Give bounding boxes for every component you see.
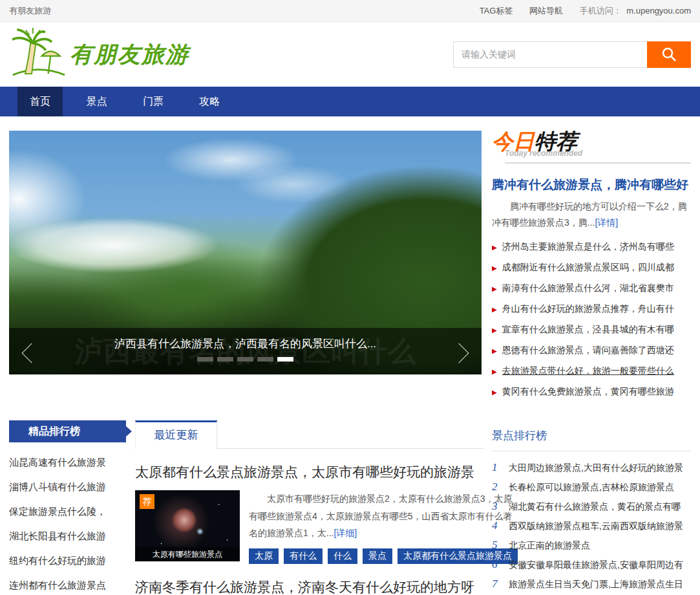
article-thumbnail[interactable]: 荐 太原有哪些旅游景点 — [135, 490, 240, 561]
carousel-dot[interactable] — [237, 357, 253, 362]
featured-article-excerpt: 腾冲有哪些好玩的地方可以介绍一下么2，腾冲有哪些旅游景点3，腾...[详情] — [492, 199, 691, 230]
boutique-item[interactable]: 保定旅游景点什么陵， — [9, 499, 126, 524]
article-tag[interactable]: 景点 — [363, 548, 392, 564]
recommend-badge: 荐 — [140, 494, 154, 509]
search-box — [453, 41, 691, 68]
carousel-dot-active[interactable] — [277, 357, 293, 362]
featured-detail-link[interactable]: [详情] — [595, 217, 618, 228]
boutique-item[interactable]: 淄博八斗镇有什么旅游 — [9, 475, 126, 499]
rank-item[interactable]: 3湖北黄石有什么旅游景点，黄石的景点有哪 — [492, 497, 691, 516]
spot-rank-title: 景点排行榜 — [492, 420, 691, 451]
article-tag[interactable]: 太原 — [249, 548, 279, 564]
rank-item[interactable]: 6安徽安徽阜阳最佳旅游景点,安徽阜阳周边有 — [492, 555, 691, 574]
nav-item-guides[interactable]: 攻略 — [187, 87, 232, 116]
nav-item-tickets[interactable]: 门票 — [131, 87, 176, 116]
mobile-domain-link[interactable]: m.upengyou.com — [626, 6, 691, 16]
main-nav: 首页 景点 门票 攻略 — [0, 87, 700, 116]
rank-number: 2 — [492, 477, 504, 497]
rank-number: 3 — [492, 497, 504, 516]
carousel-dot[interactable] — [217, 357, 233, 362]
carousel-caption-link[interactable]: 泸西县有什么旅游景点，泸西最有名的风景区叫什么... — [9, 336, 482, 351]
carousel-caption-bar: 泸西县有什么旅游景点，泸西最有名的风景区叫什么... — [9, 328, 482, 374]
mobile-access-label: 手机访问： — [580, 6, 622, 16]
boutique-rank-header: 精品排行榜 — [9, 420, 126, 442]
site-logo[interactable]: 有朋友旅游 — [9, 28, 189, 81]
site-nav-link[interactable]: 网站导航 — [529, 6, 563, 16]
red-triangle-icon: ▶ — [492, 368, 497, 375]
recent-updates-tabbar: 最近更新 — [135, 420, 484, 449]
red-triangle-icon: ▶ — [492, 285, 497, 292]
red-triangle-icon: ▶ — [492, 389, 497, 396]
rank-item[interactable]: 1大田周边旅游景点,大田有什么好玩的旅游景 — [492, 458, 691, 477]
rank-number: 5 — [492, 536, 504, 555]
article-title[interactable]: 济南冬季有什么旅游景点，济南冬天有什么好玩的地方呀 — [135, 578, 484, 595]
rank-number: 4 — [492, 516, 504, 536]
today-link-item[interactable]: ▶黄冈有什么免费旅游景点，黄冈有哪些旅游 — [492, 382, 691, 402]
thumbnail-caption: 太原有哪些旅游景点 — [135, 547, 240, 561]
logo-text: 有朋友旅游 — [70, 39, 189, 70]
carousel-dots — [9, 357, 482, 362]
boutique-item[interactable]: 纽约有什么好玩的旅游 — [9, 548, 126, 573]
today-link-item[interactable]: ▶成都附近有什么旅游景点景区吗，四川成都 — [492, 257, 691, 278]
article-tag[interactable]: 有什么 — [284, 548, 323, 564]
rank-item[interactable]: 4西双版纳旅游景点租车,云南西双版纳旅游景 — [492, 516, 691, 536]
red-triangle-icon: ▶ — [492, 244, 497, 251]
red-triangle-icon: ▶ — [492, 347, 497, 354]
site-name: 有朋友旅游 — [9, 5, 51, 17]
today-link-item[interactable]: ▶恩德有什么旅游景点，请问嘉善除了西塘还 — [492, 340, 691, 361]
rank-number: 6 — [492, 555, 504, 574]
boutique-item[interactable]: 连州都有什么旅游景点 — [9, 573, 126, 595]
rank-item[interactable]: 7旅游景点生日当天免门票,上海旅游景点生日 — [492, 574, 691, 594]
today-recommended-subtitle: Today recommended — [505, 149, 691, 164]
today-link-item[interactable]: ▶济州岛主要旅游景点是什么，济州岛有哪些 — [492, 237, 691, 257]
article-tag[interactable]: 什么 — [328, 548, 357, 564]
detail-link[interactable]: [详细] — [334, 528, 357, 538]
rank-item[interactable]: 5北京正南的旅游景点 — [492, 536, 691, 555]
carousel-dot[interactable] — [197, 357, 213, 362]
article-tags: 太原 有什么 什么 景点 太原都有什么景点旅游景点 — [249, 548, 518, 564]
palm-tree-icon — [9, 28, 69, 81]
today-link-list: ▶济州岛主要旅游景点是什么，济州岛有哪些 ▶成都附近有什么旅游景点景区吗，四川成… — [492, 237, 691, 402]
carousel-dot[interactable] — [257, 357, 273, 362]
tab-recent-updates[interactable]: 最近更新 — [135, 420, 217, 449]
today-link-item[interactable]: ▶舟山有什么好玩的旅游景点推荐，舟山有什 — [492, 299, 691, 319]
tag-link[interactable]: TAG标签 — [480, 6, 513, 16]
article-item: 济南冬季有什么旅游景点，济南冬天有什么好玩的地方呀 荐 济南冬天有什么好玩的地方… — [135, 578, 484, 595]
search-icon — [661, 46, 677, 63]
rank-number: 7 — [492, 574, 504, 594]
search-input[interactable] — [453, 41, 647, 68]
red-triangle-icon: ▶ — [492, 327, 497, 334]
today-recommended-logo: 今日特荐 Today recommended — [492, 131, 691, 164]
article-item: 太原都有什么景点旅游景点，太原市有哪些好玩的旅游景 荐 太原有哪些旅游景点 太原… — [135, 463, 484, 564]
red-triangle-icon: ▶ — [492, 306, 497, 313]
today-link-item[interactable]: ▶去旅游景点带什么好，旅游一般要带些什么 — [492, 361, 691, 382]
search-button[interactable] — [647, 41, 691, 68]
top-utility-bar: 有朋友旅游 TAG标签 网站导航 手机访问： m.upengyou.com — [0, 0, 700, 22]
article-title[interactable]: 太原都有什么景点旅游景点，太原市有哪些好玩的旅游景 — [135, 463, 484, 481]
today-link-item[interactable]: ▶宣章有什么旅游景点，泾县县城的有木有哪 — [492, 319, 691, 340]
featured-article-title[interactable]: 腾冲有什么旅游景点，腾冲有哪些好 — [492, 177, 691, 193]
nav-item-spots[interactable]: 景点 — [74, 87, 119, 116]
rank-item[interactable]: 2长春松原可以旅游景点,吉林松原旅游景点 — [492, 477, 691, 497]
today-link-item[interactable]: ▶南漳有什么旅游景点什么河，湖北省襄樊市 — [492, 278, 691, 299]
red-triangle-icon: ▶ — [492, 265, 497, 272]
rank-number: 1 — [492, 458, 504, 477]
article-excerpt: 太原市有哪些好玩的旅游景点2，太原有什么旅游景点3，太原有哪些旅游景点4，太原旅… — [249, 490, 518, 542]
boutique-item[interactable]: 湖北长阳县有什么旅游 — [9, 524, 126, 548]
boutique-item[interactable]: 汕昆高速有什么旅游景 — [9, 450, 126, 475]
carousel[interactable]: 泸西最有名的风景区叫什么 泸西县有什么旅游景点，泸西最有名的风景区叫什么... — [9, 131, 482, 374]
spot-rank-list: 1大田周边旅游景点,大田有什么好玩的旅游景 2长春松原可以旅游景点,吉林松原旅游… — [492, 458, 691, 595]
boutique-rank-list: 汕昆高速有什么旅游景 淄博八斗镇有什么旅游 保定旅游景点什么陵， 湖北长阳县有什… — [9, 450, 126, 595]
nav-item-home[interactable]: 首页 — [17, 87, 63, 116]
site-header: 有朋友旅游 — [0, 22, 700, 87]
